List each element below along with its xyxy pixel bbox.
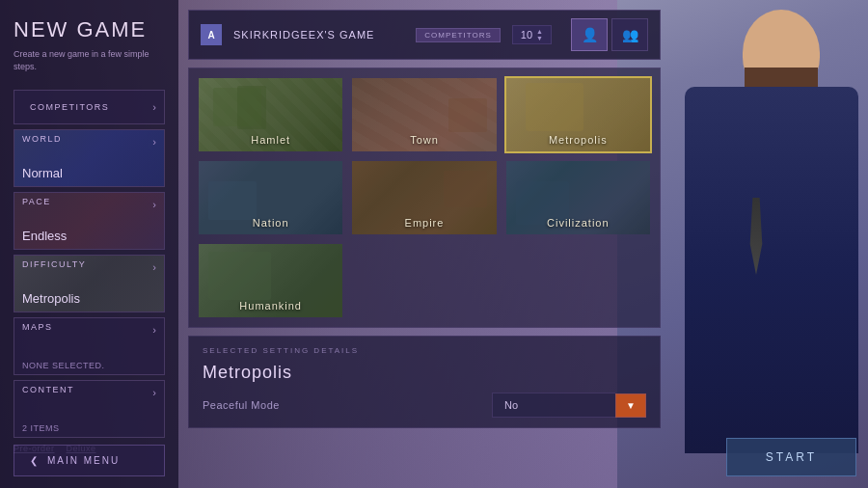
main-content: A SkirkRidgeEX's game COMPETITORS 10 ▲▼ …: [188, 10, 661, 482]
map-option-nation[interactable]: Nation: [197, 159, 344, 236]
sidebar-item-maps[interactable]: MAPS NONE SELECTED. ›: [14, 317, 165, 375]
setting-details: SELECTED SETTING DETAILS Metropolis Peac…: [188, 336, 661, 428]
chevron-right-icon: ›: [145, 387, 164, 398]
game-name: SkirkRidgeEX's game: [233, 29, 404, 41]
selected-setting-name: Metropolis: [203, 363, 646, 383]
multiplayer-tab[interactable]: 👥: [611, 18, 648, 51]
chevron-right-icon: ›: [145, 199, 164, 210]
map-option-humankind[interactable]: Humankind: [197, 242, 344, 319]
peaceful-mode-dropdown[interactable]: No ▼: [492, 393, 646, 418]
sidebar-item-content[interactable]: CONTENT 2 ITEMS ›: [14, 380, 165, 438]
maps-grid: Hamlet Town Metropolis Nation: [188, 68, 661, 328]
competitor-badge: COMPETITORS: [416, 28, 501, 42]
empire-label: Empire: [352, 217, 496, 229]
page-subtitle: Create a new game in a few simple steps.: [14, 48, 165, 72]
sidebar-item-competitors[interactable]: COMPETITORS ›: [14, 90, 165, 124]
back-arrow-icon: ❮: [30, 455, 40, 466]
chevron-right-icon: ›: [145, 136, 164, 148]
tab-icons: 👤 👥: [571, 18, 648, 51]
map-option-town[interactable]: Town: [350, 76, 498, 153]
nation-label: Nation: [199, 217, 342, 229]
main-menu-button[interactable]: ❮ MAIN MENU: [14, 445, 165, 476]
chevron-right-icon: ›: [145, 101, 164, 113]
dropdown-arrow-icon[interactable]: ▼: [615, 393, 646, 418]
single-player-tab[interactable]: 👤: [571, 18, 608, 51]
setting-row: Peaceful Mode No ▼: [203, 393, 646, 418]
game-header: A SkirkRidgeEX's game COMPETITORS 10 ▲▼ …: [188, 10, 661, 60]
page-title: New Game: [14, 17, 165, 42]
map-option-metropolis[interactable]: Metropolis: [504, 76, 652, 153]
town-label: Town: [352, 134, 496, 146]
sidebar-item-world[interactable]: WORLD Normal ›: [14, 129, 165, 187]
map-option-hamlet[interactable]: Hamlet: [197, 76, 344, 153]
metropolis-label: Metropolis: [506, 134, 650, 146]
peaceful-mode-value: No: [492, 393, 615, 418]
map-option-civilization[interactable]: Civilization: [504, 159, 652, 236]
group-icon: 👥: [622, 27, 638, 42]
left-panel: New Game Create a new game in a few simp…: [0, 0, 178, 488]
sidebar-item-pace[interactable]: PACE Endless ›: [14, 192, 165, 250]
humankind-label: Humankind: [199, 300, 342, 312]
main-menu-label: MAIN MENU: [47, 455, 120, 466]
map-option-empire[interactable]: Empire: [350, 159, 498, 236]
hamlet-label: Hamlet: [199, 134, 342, 146]
chevron-right-icon: ›: [145, 324, 164, 336]
competitor-count: 10 ▲▼: [512, 25, 552, 44]
start-button[interactable]: START: [726, 438, 856, 476]
person-icon: 👤: [582, 27, 598, 42]
peaceful-mode-label: Peaceful Mode: [203, 399, 482, 411]
character-tie: [747, 198, 765, 275]
character-body: [685, 87, 858, 453]
sidebar-item-difficulty[interactable]: DIFFICULTY Metropolis ›: [14, 255, 165, 312]
civilization-label: Civilization: [506, 217, 650, 229]
competitor-count-arrows[interactable]: ▲▼: [536, 28, 543, 41]
setting-details-title: SELECTED SETTING DETAILS: [203, 346, 646, 355]
player-badge: A: [201, 24, 222, 45]
chevron-right-icon: ›: [145, 261, 164, 273]
